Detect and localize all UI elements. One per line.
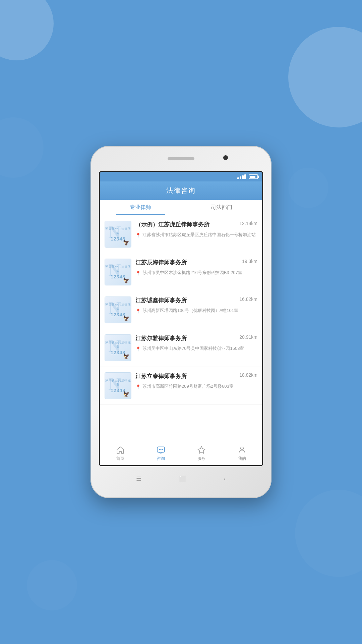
phone-speaker	[168, 157, 194, 160]
firm-name: 江苏诚鑫律师事务所	[135, 297, 237, 305]
bird-icon: 🦅	[123, 391, 130, 397]
firm-logo: N 苏高新公共法律服务 12348 🦅	[105, 334, 131, 361]
signal-bar-4	[244, 174, 246, 179]
battery-icon	[249, 174, 258, 179]
firm-logo: N 苏高新公共法律服务 12348 🦅	[105, 221, 131, 248]
firm-distance: 18.82km	[239, 372, 257, 378]
firm-name: 江苏辰海律师事务所	[135, 259, 239, 267]
list-item[interactable]: N 苏高新公共法律服务 12348 🦅 江苏立泰律师事务所 18.82km 📍 …	[100, 367, 262, 405]
phone-top	[90, 146, 272, 171]
home-button[interactable]: ⬜	[179, 475, 186, 483]
phone-frame: 法律咨询 专业律师 司法部门 N 苏高新公共法律服务 12348 🦅	[90, 146, 272, 498]
tab-lawyers[interactable]: 专业律师	[100, 200, 181, 215]
tab-judicial[interactable]: 司法部门	[181, 200, 262, 215]
nav-mine[interactable]: 我的	[222, 442, 262, 465]
svg-rect-0	[119, 447, 119, 447]
phone-camera	[223, 155, 228, 160]
firm-name: 江苏立泰律师事务所	[135, 372, 237, 380]
back-button[interactable]: ‹	[224, 475, 226, 482]
firm-logo: N 苏高新公共法律服务 12348 🦅	[105, 372, 131, 399]
nav-mine-label: 我的	[238, 456, 246, 462]
firm-address: 📍 江苏省苏州市姑苏区虎丘景区虎丘路中国石化一号桥加油站	[135, 231, 257, 239]
firm-info: 江苏尔雅律师事务所 20.91km 📍 苏州吴中区中山东路70号吴中国家科技创业…	[135, 334, 257, 352]
list-item[interactable]: N 苏高新公共法律服务 12348 🦅 江苏诚鑫律师事务所 16.82km 📍 …	[100, 291, 262, 329]
app-header: 法律咨询	[100, 181, 262, 200]
signal-bar-3	[242, 175, 244, 179]
firm-name: 江苏尔雅律师事务所	[135, 334, 237, 342]
bird-icon: 🦅	[123, 353, 130, 360]
phone-bottom-buttons: ☰ ⬜ ‹	[90, 466, 272, 491]
firm-info: 江苏立泰律师事务所 18.82km 📍 苏州市高新区竹园路209号财富广场2号楼…	[135, 372, 257, 390]
svg-point-2	[159, 449, 160, 450]
firm-logo: N 苏高新公共法律服务 12348 🦅	[105, 259, 131, 285]
location-icon: 📍	[135, 346, 141, 353]
svg-point-5	[240, 447, 243, 450]
firm-info: （示例）江苏虎丘律师事务所 12.18km 📍 江苏省苏州市姑苏区虎丘景区虎丘路…	[135, 221, 257, 238]
list-item[interactable]: N 苏高新公共法律服务 12348 🦅 （示例）江苏虎丘律师事务所 12.18k…	[100, 215, 262, 253]
bottom-navigation: 首页 咨询 服务	[100, 442, 262, 465]
firm-info: 江苏辰海律师事务所 19.3km 📍 苏州市吴中区木渎金枫路216号东创科技园B…	[135, 259, 257, 276]
firm-distance: 12.18km	[239, 221, 257, 226]
nav-service-label: 服务	[197, 456, 205, 462]
menu-button[interactable]: ☰	[136, 475, 141, 483]
svg-point-3	[160, 449, 161, 450]
nav-consult[interactable]: 咨询	[140, 442, 181, 465]
tab-bar: 专业律师 司法部门	[100, 200, 262, 215]
location-icon: 📍	[135, 270, 141, 277]
firm-address: 📍 苏州市吴中区木渎金枫路216号东创科技园B3-207室	[135, 269, 257, 277]
signal-bar-1	[237, 177, 239, 179]
mine-icon	[238, 446, 246, 454]
nav-consult-label: 咨询	[157, 456, 165, 462]
firm-distance: 19.3km	[242, 259, 257, 264]
consult-icon	[157, 446, 165, 454]
status-bar	[100, 172, 262, 181]
svg-point-4	[162, 449, 163, 450]
battery-fill	[250, 176, 255, 178]
service-icon	[197, 446, 206, 454]
signal-bar-2	[240, 176, 241, 179]
firm-list[interactable]: N 苏高新公共法律服务 12348 🦅 （示例）江苏虎丘律师事务所 12.18k…	[100, 215, 262, 442]
firm-distance: 16.82km	[239, 297, 257, 302]
nav-home-label: 首页	[116, 456, 124, 462]
location-icon: 📍	[135, 308, 141, 315]
firm-address: 📍 苏州高新区塔园路136号（优康科技园）A幢101室	[135, 307, 257, 315]
firm-name: （示例）江苏虎丘律师事务所	[135, 221, 237, 229]
signal-bars	[237, 174, 246, 179]
page-title: 法律咨询	[166, 186, 196, 195]
firm-address: 📍 苏州吴中区中山东路70号吴中国家科技创业园1503室	[135, 345, 257, 353]
home-icon	[116, 446, 125, 454]
firm-address: 📍 苏州市高新区竹园路209号财富广场2号楼603室	[135, 383, 257, 390]
bird-icon: 🦅	[123, 277, 130, 284]
bird-icon: 🦅	[123, 315, 130, 322]
bird-icon: 🦅	[123, 239, 130, 246]
nav-home[interactable]: 首页	[100, 442, 140, 465]
firm-info: 江苏诚鑫律师事务所 16.82km 📍 苏州高新区塔园路136号（优康科技园）A…	[135, 297, 257, 314]
nav-service[interactable]: 服务	[181, 442, 222, 465]
location-icon: 📍	[135, 384, 141, 390]
location-icon: 📍	[135, 232, 141, 239]
firm-distance: 20.91km	[239, 334, 257, 340]
firm-logo: N 苏高新公共法律服务 12348 🦅	[105, 297, 131, 323]
list-item[interactable]: N 苏高新公共法律服务 12348 🦅 江苏辰海律师事务所 19.3km 📍 苏…	[100, 253, 262, 291]
phone-screen: 法律咨询 专业律师 司法部门 N 苏高新公共法律服务 12348 🦅	[99, 171, 263, 466]
list-item[interactable]: N 苏高新公共法律服务 12348 🦅 江苏尔雅律师事务所 20.91km 📍 …	[100, 329, 262, 367]
